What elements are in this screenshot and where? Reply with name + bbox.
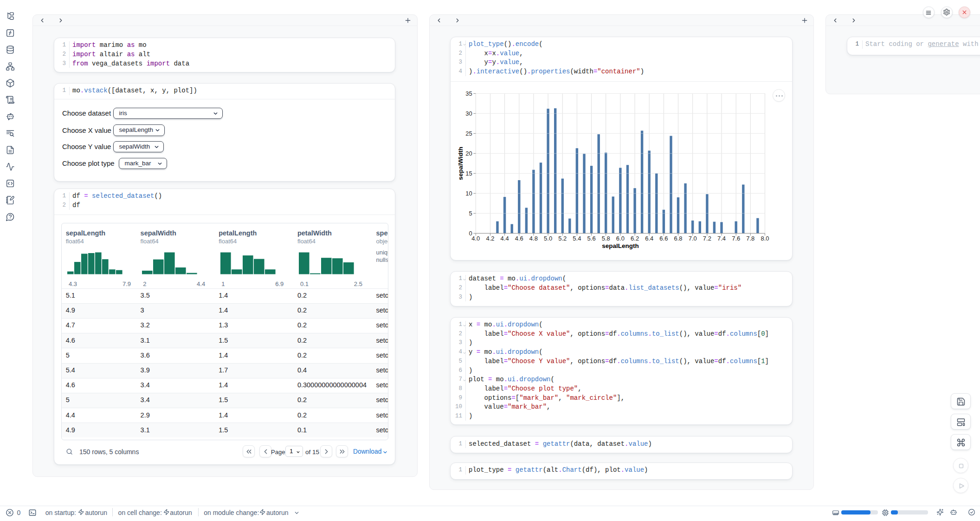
svg-text:4.4: 4.4 — [501, 235, 509, 242]
svg-text:6.8: 6.8 — [674, 235, 682, 242]
svg-text:6.6: 6.6 — [659, 235, 668, 242]
svg-text:15: 15 — [465, 170, 472, 177]
svg-text:25: 25 — [465, 130, 472, 137]
svg-text:4.2: 4.2 — [486, 235, 494, 242]
svg-text:5: 5 — [469, 210, 472, 217]
svg-text:6.0: 6.0 — [616, 235, 625, 242]
svg-text:8.0: 8.0 — [761, 235, 769, 242]
svg-text:5.6: 5.6 — [587, 235, 596, 242]
svg-text:4.0: 4.0 — [471, 235, 480, 242]
svg-text:6.2: 6.2 — [631, 235, 639, 242]
svg-text:20: 20 — [465, 150, 472, 157]
svg-text:7.8: 7.8 — [746, 235, 754, 242]
svg-text:0: 0 — [469, 230, 472, 237]
svg-text:4.8: 4.8 — [529, 235, 538, 242]
svg-text:10: 10 — [465, 190, 472, 197]
svg-text:4.6: 4.6 — [515, 235, 523, 242]
svg-text:7.2: 7.2 — [703, 235, 711, 242]
svg-text:5.4: 5.4 — [573, 235, 581, 242]
svg-text:5.2: 5.2 — [558, 235, 567, 242]
svg-text:30: 30 — [465, 110, 472, 117]
svg-text:5.0: 5.0 — [544, 235, 552, 242]
svg-text:7.4: 7.4 — [717, 235, 726, 242]
svg-text:7.0: 7.0 — [689, 235, 697, 242]
svg-text:sepalWidth: sepalWidth — [457, 147, 464, 180]
svg-text:6.4: 6.4 — [645, 235, 653, 242]
svg-text:5.8: 5.8 — [602, 235, 610, 242]
svg-text:35: 35 — [465, 90, 472, 97]
svg-text:sepalLength: sepalLength — [602, 242, 639, 249]
svg-text:7.6: 7.6 — [732, 235, 740, 242]
